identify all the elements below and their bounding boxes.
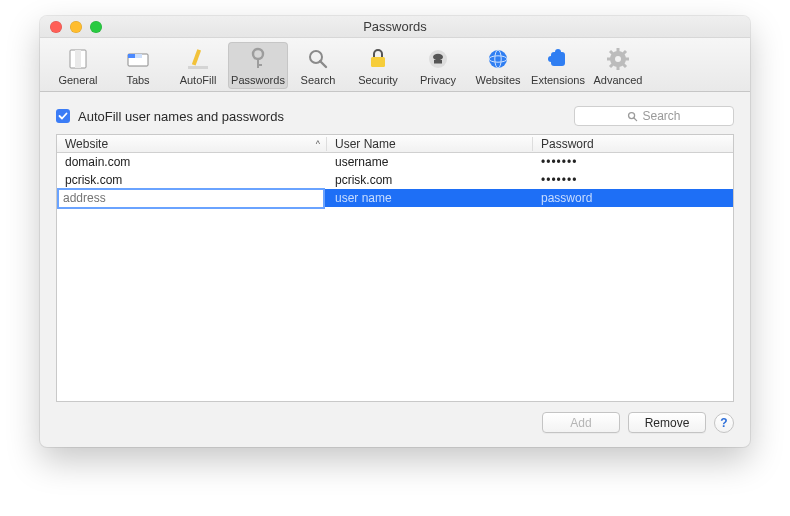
svg-line-33	[634, 117, 637, 120]
advanced-icon	[588, 46, 648, 72]
autofill-label: AutoFill user names and passwords	[78, 109, 284, 124]
tab-label: Privacy	[408, 74, 468, 86]
svg-line-11	[320, 61, 326, 67]
titlebar: Passwords	[40, 16, 750, 38]
tab-autofill[interactable]: AutoFill	[168, 42, 228, 89]
tab-passwords[interactable]: Passwords	[228, 42, 288, 89]
svg-rect-3	[128, 54, 135, 58]
search-icon	[288, 46, 348, 72]
svg-point-20	[555, 49, 561, 55]
tab-search[interactable]: Search	[288, 42, 348, 89]
tab-extensions[interactable]: Extensions	[528, 42, 588, 89]
tabs-icon	[108, 46, 168, 72]
svg-line-28	[610, 51, 613, 54]
svg-rect-4	[135, 54, 142, 58]
table-header: Website ^ User Name Password	[57, 135, 733, 153]
svg-rect-12	[371, 57, 385, 67]
svg-rect-6	[188, 66, 208, 69]
svg-rect-15	[434, 60, 442, 64]
cell-website: pcrisk.com	[57, 173, 327, 187]
table-row-editing[interactable]: user name password	[57, 189, 733, 207]
tab-label: Websites	[468, 74, 528, 86]
cell-password: •••••••	[533, 155, 733, 169]
cell-username: pcrisk.com	[327, 173, 533, 187]
svg-line-31	[623, 51, 626, 54]
svg-point-23	[615, 56, 621, 62]
sort-ascending-icon: ^	[316, 139, 320, 149]
privacy-icon	[408, 46, 468, 72]
svg-point-21	[548, 56, 554, 62]
content-area: AutoFill user names and passwords Search…	[40, 92, 750, 447]
table-body: domain.com username ••••••• pcrisk.com p…	[57, 153, 733, 401]
tab-advanced[interactable]: Advanced	[588, 42, 648, 89]
extensions-icon	[528, 46, 588, 72]
passwords-table: Website ^ User Name Password domain.com …	[56, 134, 734, 402]
tab-label: Security	[348, 74, 408, 86]
tab-label: AutoFill	[168, 74, 228, 86]
tab-tabs[interactable]: Tabs	[108, 42, 168, 89]
preferences-window: Passwords General Tabs AutoFill Pas	[40, 16, 750, 447]
tab-label: Passwords	[228, 74, 288, 86]
passwords-icon	[228, 46, 288, 72]
tab-label: General	[48, 74, 108, 86]
cell-password: •••••••	[533, 173, 733, 187]
tab-label: Advanced	[588, 74, 648, 86]
autofill-icon	[168, 46, 228, 72]
svg-rect-1	[75, 50, 81, 68]
websites-icon	[468, 46, 528, 72]
tab-websites[interactable]: Websites	[468, 42, 528, 89]
svg-point-14	[433, 54, 443, 61]
security-icon	[348, 46, 408, 72]
search-input[interactable]: Search	[574, 106, 734, 126]
column-header-username[interactable]: User Name	[327, 137, 533, 151]
autofill-row: AutoFill user names and passwords Search	[56, 106, 734, 126]
cell-username-placeholder: user name	[327, 191, 533, 205]
svg-point-7	[253, 49, 263, 59]
cell-password-placeholder: password	[533, 191, 733, 205]
tab-security[interactable]: Security	[348, 42, 408, 89]
footer-row: Add Remove ?	[56, 412, 734, 433]
tab-label: Extensions	[528, 74, 588, 86]
svg-rect-8	[257, 58, 259, 68]
svg-line-29	[623, 64, 626, 67]
search-placeholder: Search	[642, 109, 680, 123]
tab-label: Search	[288, 74, 348, 86]
autofill-checkbox[interactable]	[56, 109, 70, 123]
tab-general[interactable]: General	[48, 42, 108, 89]
svg-rect-5	[192, 49, 201, 65]
column-header-website[interactable]: Website ^	[57, 137, 327, 151]
tab-label: Tabs	[108, 74, 168, 86]
window-title: Passwords	[40, 19, 750, 34]
search-icon	[627, 111, 638, 122]
table-row[interactable]: domain.com username •••••••	[57, 153, 733, 171]
add-button[interactable]: Add	[542, 412, 620, 433]
svg-rect-9	[257, 64, 262, 66]
tab-privacy[interactable]: Privacy	[408, 42, 468, 89]
preferences-toolbar: General Tabs AutoFill Passwords Search	[40, 38, 750, 92]
remove-button[interactable]: Remove	[628, 412, 706, 433]
table-row[interactable]: pcrisk.com pcrisk.com •••••••	[57, 171, 733, 189]
svg-point-16	[489, 50, 507, 68]
general-icon	[48, 46, 108, 72]
column-header-password[interactable]: Password	[533, 137, 733, 151]
help-button[interactable]: ?	[714, 413, 734, 433]
cell-website-editing	[57, 190, 327, 207]
website-input[interactable]	[59, 190, 323, 207]
cell-website: domain.com	[57, 155, 327, 169]
cell-username: username	[327, 155, 533, 169]
svg-line-30	[610, 64, 613, 67]
